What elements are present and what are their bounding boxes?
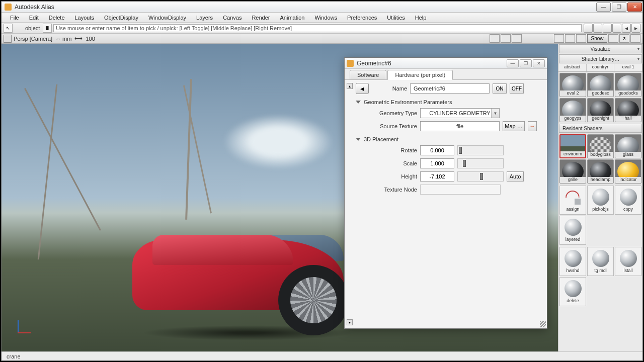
shader-library-dropdown[interactable]: Shader Library… <box>559 54 642 63</box>
shader-editor-dialog[interactable]: Geometric#6 — ❐ ✕ Software Hardware (per… <box>344 57 547 329</box>
shader-swatch-indicator[interactable]: indicator <box>615 159 641 184</box>
back-button[interactable]: ◄ <box>356 83 369 94</box>
minimize-button[interactable]: — <box>596 3 611 12</box>
tab-software[interactable]: Software <box>350 70 386 79</box>
menu-render[interactable]: Render <box>247 14 274 22</box>
tool-delete[interactable]: delete <box>559 277 586 306</box>
scroll-down-icon[interactable]: ▾ <box>347 319 353 325</box>
tool-icon-2[interactable] <box>593 24 602 33</box>
texture-node-label: Texture Node <box>356 187 417 193</box>
show-button[interactable]: Show <box>587 34 607 43</box>
shader-swatch-geonight[interactable]: geonight <box>587 98 614 122</box>
maximize-button[interactable]: ❐ <box>612 3 626 12</box>
map-button[interactable]: Map … <box>503 121 525 131</box>
geometry-type-combo[interactable]: CYLINDER GEOMETRY ▼ <box>420 108 500 118</box>
tool-lstall[interactable]: lstall <box>615 247 641 276</box>
prompt-line[interactable]: Use mouse or enter name of item to pick … <box>53 24 582 32</box>
visualize-dropdown[interactable]: Visualize <box>559 44 642 53</box>
menu-canvas[interactable]: Canvas <box>218 14 246 22</box>
dialog-titlebar[interactable]: Geometric#6 — ❐ ✕ <box>345 58 547 69</box>
source-texture-field[interactable]: file <box>420 121 500 131</box>
tool-tg mdl[interactable]: tg mdl <box>587 247 614 276</box>
off-button[interactable]: OFF <box>510 83 524 94</box>
lib-tab-country[interactable]: countryr <box>587 64 615 71</box>
shader-swatch-headlamp[interactable]: headlamp <box>587 159 614 184</box>
menu-layouts[interactable]: Layouts <box>70 14 99 22</box>
lib-tab-eval1[interactable]: eval 1 <box>614 64 642 71</box>
zoom-icon[interactable]: ⟷ <box>74 35 83 42</box>
dialog-min-button[interactable]: — <box>507 59 519 67</box>
nav-next-icon[interactable]: ▸ <box>631 24 640 33</box>
pick-list-icon[interactable]: ≣ <box>43 24 52 33</box>
zoom-value[interactable]: 100 <box>86 36 95 42</box>
shader-swatch-hall[interactable]: hall <box>615 98 641 122</box>
name-field[interactable]: Geometric#6 <box>410 83 490 94</box>
scale-slider[interactable] <box>457 158 504 168</box>
menu-utilities[interactable]: Utilities <box>382 14 409 22</box>
tab-hardware[interactable]: Hardware (per pixel) <box>387 70 453 80</box>
menu-animation[interactable]: Animation <box>276 14 309 22</box>
vp-icon-a[interactable] <box>490 34 500 43</box>
shader-swatch-geodocks[interactable]: geodocks <box>615 73 641 97</box>
tool-hwshd[interactable]: hwshd <box>559 247 586 276</box>
shader-swatch-glass[interactable]: glass <box>615 134 641 158</box>
view-corner-icon[interactable] <box>4 35 12 43</box>
section-3d-placement[interactable]: 3D Placement <box>356 136 542 142</box>
vp-icon-g[interactable] <box>608 34 618 43</box>
menu-preferences[interactable]: Preferences <box>343 14 381 22</box>
resident-swatch-grid: environmbodyglossglassgrilleheadlampindi… <box>558 133 642 185</box>
tool-pickobjs[interactable]: pickobjs <box>587 186 614 215</box>
menu-delete[interactable]: Delete <box>44 14 69 22</box>
menu-windowdisplay[interactable]: WindowDisplay <box>144 14 191 22</box>
menu-layers[interactable]: Layers <box>192 14 217 22</box>
shader-swatch-bodygloss[interactable]: bodygloss <box>587 134 614 158</box>
camera-label[interactable]: Persp [Camera] <box>14 36 52 42</box>
scale-field[interactable]: 1.000 <box>420 158 454 168</box>
vp-icon-e[interactable] <box>565 34 575 43</box>
shader-swatch-environm[interactable]: environm <box>559 134 586 158</box>
map-go-button[interactable]: → <box>528 121 537 131</box>
shader-tools-1: assignpickobjscopylayered <box>558 185 642 246</box>
vp-icon-c[interactable] <box>512 34 522 43</box>
tool-icon-1[interactable] <box>584 24 593 33</box>
vp-icon-b[interactable] <box>501 34 511 43</box>
menu-file[interactable]: File <box>6 14 24 22</box>
nav-prev-icon[interactable]: ◂ <box>622 24 631 33</box>
menu-help[interactable]: Help <box>411 14 431 22</box>
dialog-scrollbar[interactable]: ▴ ▾ <box>347 83 353 325</box>
vp-icon-d[interactable] <box>554 34 564 43</box>
vp-count[interactable]: 3 <box>619 34 629 43</box>
on-button[interactable]: ON <box>493 83 507 94</box>
close-button[interactable]: ✕ <box>627 3 642 12</box>
tool-icon-4[interactable] <box>612 24 621 33</box>
tool-label: hwshd <box>566 268 579 273</box>
shader-swatch-geogyps[interactable]: geogyps <box>559 98 586 122</box>
app-title: Autodesk Alias <box>15 4 596 11</box>
tool-icon-3[interactable] <box>603 24 612 33</box>
vp-icon-f[interactable] <box>576 34 586 43</box>
tool-copy[interactable]: copy <box>615 186 641 215</box>
rotate-field[interactable]: 0.000 <box>420 145 454 155</box>
menu-objectdisplay[interactable]: ObjectDisplay <box>100 14 143 22</box>
pick-arrow-icon[interactable]: ↖ <box>4 24 13 33</box>
shader-swatch-grille[interactable]: grille <box>559 159 586 184</box>
height-auto-button[interactable]: Auto <box>507 171 524 182</box>
resize-grip-icon[interactable] <box>540 321 546 327</box>
texture-node-field[interactable] <box>420 185 501 195</box>
height-slider[interactable] <box>457 171 504 182</box>
tool-layered[interactable]: layered <box>559 216 586 245</box>
vp-icon-h[interactable] <box>630 34 640 43</box>
resident-shaders-header[interactable]: Resident Shaders <box>559 124 642 133</box>
menu-windows[interactable]: Windows <box>310 14 342 22</box>
rotate-slider[interactable] <box>457 145 504 155</box>
tool-assign[interactable]: assign <box>559 186 586 215</box>
section-env-params[interactable]: Geometric Environment Parameters <box>356 99 542 105</box>
shader-swatch-eval 2[interactable]: eval 2 <box>559 73 586 97</box>
height-field[interactable]: -7.102 <box>420 171 454 182</box>
menu-edit[interactable]: Edit <box>25 14 43 22</box>
shader-swatch-geodesc[interactable]: geodesc <box>587 73 614 97</box>
lib-tab-abstract[interactable]: abstract <box>558 64 587 71</box>
dialog-close-button[interactable]: ✕ <box>533 59 545 67</box>
scroll-up-icon[interactable]: ▴ <box>347 83 353 89</box>
dialog-max-button[interactable]: ❐ <box>520 59 532 67</box>
